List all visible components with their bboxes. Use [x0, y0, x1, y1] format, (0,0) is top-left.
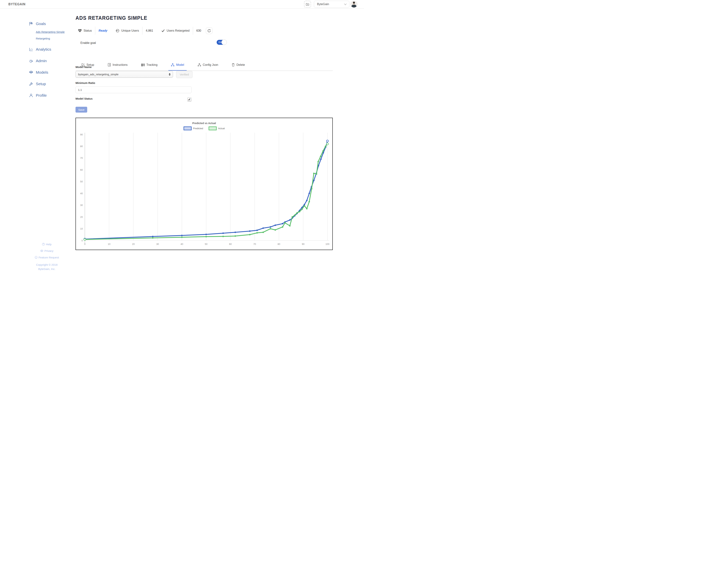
unique-users-label: Unique Users [121, 29, 139, 32]
legend-label-predicted[interactable]: Predicted [193, 127, 203, 130]
coffee-icon [29, 59, 33, 63]
status-label: Status [84, 29, 92, 32]
status-stat: Status Ready [78, 27, 107, 35]
svg-text:30: 30 [80, 204, 83, 207]
svg-text:40: 40 [181, 243, 183, 246]
sidebar-item-label: Profile [36, 93, 47, 98]
svg-text:0: 0 [82, 239, 83, 242]
heartbeat-icon [78, 29, 82, 32]
svg-text:90: 90 [302, 243, 304, 246]
svg-text:100: 100 [325, 243, 329, 246]
refresh-icon [208, 29, 211, 32]
person-icon [29, 93, 33, 98]
model-status-checkbox[interactable]: ✓ [187, 97, 191, 101]
svg-text:60: 60 [229, 243, 232, 246]
svg-text:70: 70 [253, 243, 256, 246]
svg-text:0: 0 [84, 243, 85, 246]
sidebar-item-label: Goals [36, 22, 46, 26]
sidebar-item-analytics[interactable]: Analytics [29, 47, 51, 52]
svg-text:30: 30 [156, 243, 159, 246]
svg-text:90: 90 [80, 133, 83, 136]
chevron-down-icon [344, 3, 347, 5]
cube-icon [29, 70, 33, 75]
svg-text:20: 20 [132, 243, 135, 246]
divider [95, 27, 95, 35]
legend-swatch-actual[interactable] [209, 127, 217, 130]
footer-feature-request-link[interactable]: Feature Request [24, 256, 70, 260]
enable-goal-toggle[interactable]: On [217, 40, 227, 45]
avatar[interactable] [350, 1, 357, 8]
sidebar-item-label: Models [36, 70, 48, 75]
sidebar-subitem-ads-retargeting-simple[interactable]: Ads Retargeting Simple [36, 30, 65, 33]
svg-text:50: 50 [80, 180, 83, 183]
tab-config-json[interactable]: Config Json [195, 63, 221, 71]
tab-delete[interactable]: Delete [229, 63, 247, 71]
model-name-label: Model Name [76, 65, 92, 69]
page-title: ADS RETARGETING SIMPLE [76, 15, 147, 21]
brand-logo: BYTEGAIN [8, 2, 25, 6]
sidebar-item-label: Admin [36, 59, 47, 63]
sidebar-item-label: Setup [36, 82, 46, 86]
svg-text:80: 80 [278, 243, 280, 246]
refresh-button[interactable] [206, 27, 212, 34]
svg-text:10: 10 [108, 243, 110, 246]
chart-legend: Predicted Actual [76, 127, 332, 130]
tab-instructions[interactable]: Instructions [105, 63, 130, 71]
verified-button[interactable]: Verified [176, 71, 193, 78]
users-retargeted-label: Users Retargeted [167, 29, 189, 32]
new-goal-button[interactable] [304, 1, 311, 8]
wrench-icon [29, 82, 33, 86]
copyright-text: Copyright © 2018 ByteGain, Inc. [24, 263, 70, 271]
smiley-icon [35, 256, 37, 259]
barcode-icon [141, 63, 145, 67]
workspace-selector-value: ByteGain [317, 3, 344, 6]
status-value: Ready [99, 29, 107, 32]
svg-text:60: 60 [80, 169, 83, 171]
footer-privacy-link[interactable]: Privacy [24, 249, 70, 253]
legend-swatch-predicted[interactable] [184, 127, 192, 130]
enable-goal-label: Enable goal [80, 41, 96, 45]
model-name-select[interactable]: bytegain_ads_retargeting_simple [76, 71, 173, 78]
list-icon [108, 63, 111, 67]
model-name-value: bytegain_ads_retargeting_simple [78, 73, 169, 76]
save-button[interactable]: Save [76, 107, 87, 113]
unique-users-stat: Unique Users 4,861 [116, 27, 153, 35]
folder-plus-icon [306, 2, 309, 6]
network-icon [198, 63, 201, 67]
flag-icon [29, 22, 33, 26]
tab-tracking[interactable]: Tracking [139, 63, 160, 71]
network-icon [171, 63, 174, 67]
svg-text:10: 10 [80, 227, 83, 230]
help-icon [42, 243, 45, 246]
sidebar-item-profile[interactable]: Profile [29, 93, 47, 98]
legend-label-actual[interactable]: Actual [218, 127, 225, 130]
users-retargeted-value: 630 [196, 29, 201, 32]
sidebar-item-goals[interactable]: Goals [29, 22, 46, 26]
svg-text:70: 70 [80, 157, 83, 159]
status-row: Status Ready Unique Users 4,861 [78, 27, 212, 35]
svg-text:40: 40 [80, 192, 83, 195]
users-retargeted-stat: Users Retargeted 630 [161, 27, 201, 35]
chart-plot: 0102030405060708090010203040506070809010… [76, 118, 332, 250]
gauge-icon [116, 29, 119, 33]
unique-users-value: 4,861 [146, 29, 153, 32]
chart-card: Predicted vs Actual Predicted Actual 010… [76, 118, 333, 250]
minimum-ratio-input[interactable] [76, 86, 192, 93]
eye-icon [40, 250, 43, 252]
select-updown-icon [169, 73, 171, 76]
sidebar-subitem-retargeting[interactable]: Retargeting [36, 37, 50, 40]
sidebar-item-label: Analytics [36, 47, 51, 52]
svg-text:50: 50 [205, 243, 207, 246]
sidebar: Goals Ads Retargeting Simple Retargeting… [0, 8, 76, 282]
tab-bar: Setup Instructions Track [79, 61, 256, 71]
toggle-state-text: On [218, 41, 221, 44]
sidebar-item-setup[interactable]: Setup [29, 82, 46, 86]
trash-icon [232, 63, 235, 67]
footer-help-link[interactable]: Help [24, 243, 70, 247]
sidebar-item-admin[interactable]: Admin [29, 59, 47, 63]
svg-text:80: 80 [80, 145, 83, 148]
sidebar-item-models[interactable]: Models [29, 70, 48, 75]
workspace-selector[interactable]: ByteGain [314, 1, 349, 8]
tab-model[interactable]: Model [168, 63, 187, 71]
model-status-label: Model Status [76, 97, 93, 100]
